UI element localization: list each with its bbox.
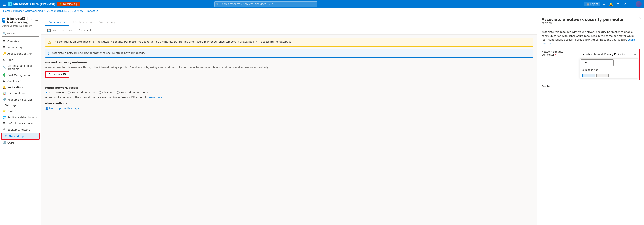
right-panel: Associate a network security perimeter P… [537,14,644,225]
sidebar-item-overview[interactable]: ⊞ Overview [0,38,41,44]
replicate-data-icon: 🌐 [2,116,6,119]
network-access-radio-group: All networks Selected networks Disabled … [45,91,533,94]
sidebar-item-resource-visualizer[interactable]: 🔗 Resource visualizer [0,96,41,103]
save-button[interactable]: 💾 Save [45,28,60,33]
sidebar-item-cors[interactable]: 🔄 CORS [0,140,41,146]
report-bug-button[interactable]: 🐛 Report a bug [57,2,80,6]
toolbar: 💾 Save ↩ Discard ↻ Refresh [41,26,537,35]
feedback-icon[interactable]: 🗨 [629,1,635,7]
bug-icon: 🐛 [59,3,62,6]
sidebar-item-activity-log[interactable]: ☰ Activity log [0,44,41,50]
profile-select[interactable] [578,84,640,90]
hamburger-icon[interactable]: ☰ [2,2,6,6]
nsp-checkbox-2[interactable] [596,74,609,77]
nsp-search-input[interactable] [581,59,614,66]
resource-type-label: Azure Cosmos DB account [2,25,38,27]
notifications-nav-icon: 🔔 [2,86,6,89]
radio-disabled[interactable]: Disabled [98,91,113,94]
page-header: Public access Private access Connectivit… [41,14,537,26]
sidebar-label-tags: Tags [8,58,13,62]
radio-selected-networks-input[interactable] [68,91,71,94]
features-icon: ⭐ [2,110,6,113]
copilot-button[interactable]: 🤖 Copilot [584,2,600,6]
top-nav-right: 🤖 Copilot ✉ 🔔 ⚙ ? 🗨 [584,1,642,7]
sidebar-item-diagnose[interactable]: 🔧 Diagnose and solve problems [0,63,41,72]
sidebar-item-backup-restore[interactable]: 🗄 Backup & Restore [0,126,41,132]
associate-nsp-button[interactable]: Associate NSP [46,72,69,78]
search-placeholder: Search resources, services, and docs (G+… [220,3,274,6]
svg-point-0 [3,19,5,20]
sidebar-item-tags[interactable]: 🏷 Tags [0,57,41,63]
profile-required-mark: * [550,85,552,88]
tab-connectivity[interactable]: Connectivity [95,19,118,26]
feedback-link-text: Help improve this page [49,107,79,110]
sidebar-item-networking[interactable]: Networking [2,133,39,139]
notifications-icon[interactable]: 🔔 [608,1,614,7]
breadcrumb-cosmosdb[interactable]: Microsoft.Azure.CosmosDB-20240430135839 … [13,10,83,12]
nsp-checkbox-1[interactable] [582,74,595,77]
sidebar: irianosql2 | Networking ☆ ··· Azure Cosm… [0,14,41,225]
sidebar-label-overview: Overview [8,40,20,43]
sidebar-item-cost-management[interactable]: 💲 Cost Management [0,72,41,78]
nsp-select[interactable]: Search for Network Security Perimeter [580,51,638,58]
search-icon: 🔍 [216,3,219,6]
refresh-button[interactable]: ↻ Refresh [77,28,94,33]
content-area: ⚠ The configuration propagation of the N… [41,35,537,113]
feedback-link[interactable]: 👤 Help improve this page [45,107,533,110]
resource-type-icon [2,18,5,22]
sidebar-item-access-control[interactable]: 🔑 Access control (IAM) [0,50,41,57]
sidebar-item-features[interactable]: ⭐ Features [0,108,41,114]
nsp-dropdown-panel: sub-test-nsp [580,58,638,78]
help-icon[interactable]: ? [622,1,628,7]
sidebar-label-access-control: Access control (IAM) [8,52,34,55]
discard-label: Discard [66,29,74,32]
radio-selected-networks-label: Selected networks [72,91,95,94]
settings-icon[interactable]: ⚙ [615,1,621,7]
discard-button[interactable]: ↩ Discard [60,28,76,33]
panel-close-button[interactable]: × [639,16,642,20]
sidebar-item-notifications[interactable]: 🔔 Notifications [0,84,41,90]
radio-secured-by-perimeter-input[interactable] [117,91,120,94]
sidebar-search-input[interactable] [2,31,39,36]
radio-secured-by-perimeter[interactable]: Secured by perimeter [117,91,148,94]
refresh-icon: ↻ [79,28,82,32]
radio-selected-networks[interactable]: Selected networks [68,91,95,94]
global-search-bar[interactable]: 🔍 Search resources, services, and docs (… [214,2,317,7]
mail-icon[interactable]: ✉ [601,1,607,7]
sidebar-search-wrapper: 🔍 [0,29,41,38]
radio-disabled-input[interactable] [98,91,101,94]
divider [45,83,533,83]
radio-secured-by-perimeter-label: Secured by perimeter [120,91,148,94]
tab-public-access[interactable]: Public access [45,19,70,26]
resource-header: irianosql2 | Networking ☆ ··· Azure Cosm… [0,14,41,29]
favorite-icon[interactable]: ☆ [30,19,33,22]
sidebar-item-default-consistency[interactable]: ☰ Default consistency [0,120,41,126]
learn-more-link[interactable]: Learn more. [148,96,163,99]
more-options-button[interactable]: ··· [34,18,38,22]
sidebar-label-replicate-data: Replicate data globally [8,116,37,119]
refresh-label: Refresh [82,29,92,32]
sidebar-item-data-explorer[interactable]: 📊 Data Explorer [0,90,41,96]
warning-icon: ⚠ [48,40,51,44]
nsp-result-item[interactable]: sub-test-nsp [580,67,638,73]
tags-icon: 🏷 [2,58,6,62]
sidebar-label-backup-restore: Backup & Restore [8,128,30,131]
breadcrumb-resource[interactable]: irianosql2 [86,10,98,12]
breadcrumb-home[interactable]: Home [3,10,10,12]
breadcrumb-sep2: › [84,10,85,12]
radio-all-networks[interactable]: All networks [45,91,65,94]
associate-nsp-label: Associate NSP [49,73,66,76]
sidebar-item-replicate-data[interactable]: 🌐 Replicate data globally [0,114,41,120]
warning-text: The configuration propagation of the Net… [53,40,292,43]
settings-section-header[interactable]: ▾ Settings [0,103,41,108]
sidebar-item-quick-start[interactable]: ▶ Quick start [0,78,41,84]
feedback-section: Give Feedback 👤 Help improve this page [45,102,533,110]
sidebar-label-networking: Networking [9,135,24,138]
tab-private-access[interactable]: Private access [70,19,95,26]
profile-field-row: Profile * [542,84,640,90]
report-bug-label: Report a bug [63,3,78,6]
radio-all-networks-input[interactable] [45,91,48,94]
networking-icon [4,134,8,138]
info-text: Associate a network security perimeter t… [52,51,145,54]
user-avatar[interactable] [636,1,642,7]
